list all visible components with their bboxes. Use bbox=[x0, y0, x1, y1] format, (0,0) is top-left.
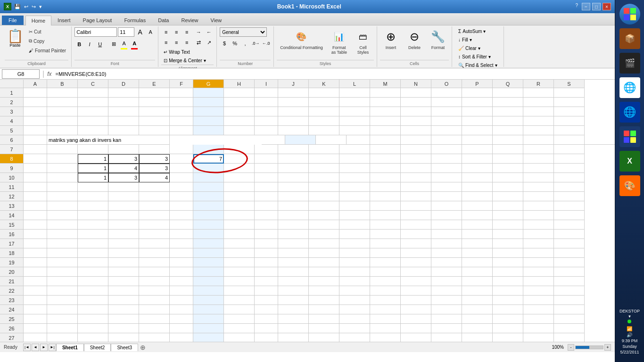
cell-l19[interactable] bbox=[339, 258, 370, 267]
cell-c4[interactable] bbox=[78, 116, 108, 126]
cell-o2[interactable] bbox=[431, 98, 462, 107]
col-header-p[interactable]: P bbox=[462, 80, 493, 88]
cell-f4[interactable] bbox=[170, 116, 193, 126]
cell-f1[interactable] bbox=[170, 88, 193, 98]
cell-q18[interactable] bbox=[493, 248, 523, 258]
row-header-16[interactable]: 16 bbox=[0, 230, 24, 239]
cell-p23[interactable] bbox=[462, 296, 493, 305]
cell-c8[interactable]: 1 bbox=[78, 154, 108, 164]
increase-decimal-btn[interactable]: .0→ bbox=[251, 39, 260, 48]
restore-button[interactable]: □ bbox=[592, 3, 601, 10]
cell-d14[interactable] bbox=[108, 211, 139, 220]
col-header-c[interactable]: C bbox=[78, 80, 108, 88]
sheet-nav-prev[interactable]: ◄ bbox=[32, 344, 39, 351]
cell-n20[interactable] bbox=[401, 267, 431, 277]
cell-d16[interactable] bbox=[108, 230, 139, 239]
cell-q13[interactable] bbox=[493, 201, 523, 211]
cell-i25[interactable] bbox=[255, 314, 278, 324]
taskbar-ie-icon[interactable]: 🌐 bbox=[619, 102, 640, 123]
cell-r8[interactable] bbox=[523, 154, 554, 164]
cell-h5[interactable] bbox=[224, 126, 255, 135]
cell-e5[interactable] bbox=[139, 126, 170, 135]
format-painter-button[interactable]: 🖌 Format Painter bbox=[26, 46, 68, 55]
undo-icon[interactable]: ↩ bbox=[23, 4, 29, 10]
cell-r21[interactable] bbox=[523, 277, 554, 286]
cell-r12[interactable] bbox=[523, 192, 554, 201]
cell-q14[interactable] bbox=[493, 211, 523, 220]
cell-f10[interactable] bbox=[170, 173, 193, 182]
cell-i7[interactable] bbox=[255, 145, 278, 154]
cell-d19[interactable] bbox=[108, 258, 139, 267]
cell-f14[interactable] bbox=[170, 211, 193, 220]
cell-a9[interactable] bbox=[24, 164, 47, 173]
cell-f12[interactable] bbox=[170, 192, 193, 201]
cell-d10[interactable]: 3 bbox=[108, 173, 139, 182]
cell-f15[interactable] bbox=[170, 220, 193, 230]
cell-q17[interactable] bbox=[493, 239, 523, 248]
row-header-22[interactable]: 22 bbox=[0, 286, 24, 296]
cell-d4[interactable] bbox=[108, 116, 139, 126]
merge-center-button[interactable]: ⊡ Merge & Center ▾ bbox=[161, 57, 208, 65]
cell-m20[interactable] bbox=[370, 267, 401, 277]
cell-k12[interactable] bbox=[309, 192, 339, 201]
cell-k11[interactable] bbox=[309, 182, 339, 192]
cell-m9[interactable] bbox=[370, 164, 401, 173]
cell-k6[interactable] bbox=[401, 135, 431, 145]
cell-c21[interactable] bbox=[78, 277, 108, 286]
cell-c19[interactable] bbox=[78, 258, 108, 267]
cell-p1[interactable] bbox=[462, 88, 493, 98]
cell-j16[interactable] bbox=[278, 230, 309, 239]
zoom-out-btn[interactable]: - bbox=[568, 344, 574, 351]
cell-m25[interactable] bbox=[370, 314, 401, 324]
cell-c20[interactable] bbox=[78, 267, 108, 277]
cell-i8[interactable] bbox=[255, 154, 278, 164]
cell-n7[interactable] bbox=[401, 145, 431, 154]
cell-l14[interactable] bbox=[339, 211, 370, 220]
cell-f21[interactable] bbox=[170, 277, 193, 286]
cell-r5[interactable] bbox=[523, 126, 554, 135]
cell-h12[interactable] bbox=[224, 192, 255, 201]
col-header-m[interactable]: M bbox=[370, 80, 401, 88]
cell-a27[interactable] bbox=[24, 333, 47, 342]
row-header-24[interactable]: 24 bbox=[0, 305, 24, 314]
row-header-25[interactable]: 25 bbox=[0, 314, 24, 324]
cell-p14[interactable] bbox=[462, 211, 493, 220]
cell-i22[interactable] bbox=[255, 286, 278, 296]
row-header-21[interactable]: 21 bbox=[0, 277, 24, 286]
merge-dropdown-icon[interactable]: ▾ bbox=[204, 58, 206, 63]
italic-button[interactable]: I bbox=[85, 40, 94, 49]
comma-button[interactable]: , bbox=[240, 39, 250, 48]
cell-e12[interactable] bbox=[139, 192, 170, 201]
cell-g8[interactable]: 7 bbox=[193, 154, 224, 164]
cell-l4[interactable] bbox=[339, 116, 370, 126]
cell-n5[interactable] bbox=[401, 126, 431, 135]
cell-a21[interactable] bbox=[24, 277, 47, 286]
cell-q27[interactable] bbox=[493, 333, 523, 342]
cell-b2[interactable] bbox=[47, 98, 78, 107]
redo-icon[interactable]: ↪ bbox=[31, 4, 37, 10]
cell-d26[interactable] bbox=[108, 324, 139, 333]
cell-a6[interactable] bbox=[24, 135, 47, 145]
cell-l20[interactable] bbox=[339, 267, 370, 277]
cell-k27[interactable] bbox=[309, 333, 339, 342]
col-header-d[interactable]: D bbox=[108, 80, 139, 88]
align-center-btn[interactable]: ≡ bbox=[172, 38, 181, 47]
cell-q23[interactable] bbox=[493, 296, 523, 305]
underline-button[interactable]: U bbox=[95, 40, 105, 49]
col-header-l[interactable]: L bbox=[339, 80, 370, 88]
cell-j4[interactable] bbox=[278, 116, 309, 126]
cell-j24[interactable] bbox=[278, 305, 309, 314]
cell-k24[interactable] bbox=[309, 305, 339, 314]
cell-k26[interactable] bbox=[309, 324, 339, 333]
align-right-btn[interactable]: ≡ bbox=[182, 38, 191, 47]
cell-p27[interactable] bbox=[462, 333, 493, 342]
row-header-18[interactable]: 18 bbox=[0, 248, 24, 258]
cell-n2[interactable] bbox=[401, 98, 431, 107]
cell-r1[interactable] bbox=[523, 88, 554, 98]
cell-p12[interactable] bbox=[462, 192, 493, 201]
cell-r19[interactable] bbox=[523, 258, 554, 267]
cell-d23[interactable] bbox=[108, 296, 139, 305]
bold-button[interactable]: B bbox=[74, 40, 84, 49]
cell-h9[interactable] bbox=[224, 164, 255, 173]
cell-q3[interactable] bbox=[493, 107, 523, 116]
